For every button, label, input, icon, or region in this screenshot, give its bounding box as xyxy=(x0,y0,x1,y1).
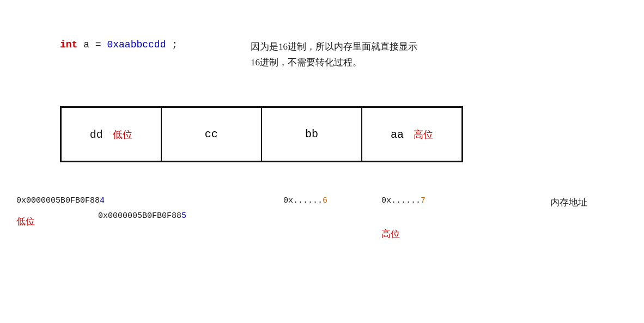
cell-aa: aa 高位 xyxy=(362,107,462,162)
keyword-int: int xyxy=(60,39,77,50)
comment-box: 因为是16进制，所以内存里面就直接显示 16进制，不需要转化过程。 xyxy=(251,39,417,71)
address-3: 0x......7 xyxy=(381,196,426,205)
cell-high-label: 高位 xyxy=(414,129,433,140)
cell-bb-text: bb xyxy=(305,128,318,141)
cell-cc: cc xyxy=(161,107,262,162)
addr2-prefix: 0x...... xyxy=(283,196,323,205)
memory-table: dd 低位 cc bb aa 高位 xyxy=(60,106,463,162)
code-semicolon: ; xyxy=(172,39,178,50)
memory-table-container: dd 低位 cc bb aa 高位 xyxy=(60,106,463,162)
cell-cc-text: cc xyxy=(205,128,218,141)
cell-bb: bb xyxy=(262,107,362,162)
addr0-prefix: 0x0000005B0FB0F88 xyxy=(16,196,100,205)
addr3-suffix: 7 xyxy=(421,196,426,205)
address-0: 0x0000005B0FB0F884 xyxy=(16,196,105,205)
addr2-suffix: 6 xyxy=(323,196,327,205)
addr1-suffix: 5 xyxy=(181,211,186,221)
addr3-prefix: 0x...... xyxy=(381,196,421,205)
code-line: int a = 0xaabbccdd ; xyxy=(60,39,178,50)
label-low: 低位 xyxy=(16,215,35,228)
addr0-suffix: 4 xyxy=(100,196,105,205)
cell-aa-text: aa xyxy=(391,129,404,141)
addr1-prefix: 0x0000005B0FB0F88 xyxy=(98,211,181,221)
comment-line1: 因为是16进制，所以内存里面就直接显示 xyxy=(251,39,417,55)
label-high: 高位 xyxy=(381,228,400,240)
code-value: 0xaabbccdd xyxy=(107,39,166,50)
cell-dd: dd 低位 xyxy=(61,107,161,162)
label-memory-address: 内存地址 xyxy=(550,196,587,209)
cell-dd-text: dd xyxy=(90,129,103,141)
page-container: int a = 0xaabbccdd ; 因为是16进制，所以内存里面就直接显示… xyxy=(0,0,644,323)
address-2: 0x......6 xyxy=(283,196,327,205)
address-1: 0x0000005B0FB0F885 xyxy=(98,211,186,221)
cell-low-label: 低位 xyxy=(113,129,132,140)
comment-line2: 16进制，不需要转化过程。 xyxy=(251,55,417,71)
code-var: a = xyxy=(83,39,107,50)
